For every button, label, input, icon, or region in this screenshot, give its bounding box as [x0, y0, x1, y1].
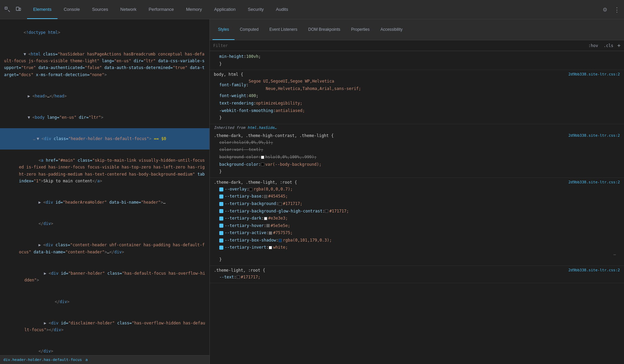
tab-event-listeners[interactable]: Event Listeners [264, 19, 303, 40]
css-selector-theme-light-root: .theme-light, :root { 2d9bb338.site-ltr.… [214, 268, 620, 273]
prop-tertiary-base: --tertiary-base: #454545; [214, 193, 620, 200]
prop-webkit-smoothing: -webkit-font-smoothing: antialiased; [214, 107, 620, 115]
swatch-tertiary-bg[interactable] [278, 202, 282, 206]
add-style-button[interactable]: + [617, 42, 621, 49]
checkbox-tertiary-bg[interactable] [219, 202, 223, 206]
prop-tertiary-dark: --tertiary-dark: #e3e3e3; [214, 215, 620, 222]
tab-dom-breakpoints[interactable]: DOM Breakpoints [303, 19, 346, 40]
tab-sources[interactable]: Sources [86, 0, 114, 19]
doctype-line: <!doctype html> [0, 22, 209, 43]
html-tag-line[interactable]: ▼<html class="hasSidebar hasPageActions … [0, 43, 209, 85]
prop-text-color: --text: #171717; [214, 274, 620, 281]
styles-panel: Styles Computed Event Listeners DOM Brea… [210, 19, 624, 364]
div-close-indent3: </div> [0, 341, 209, 355]
hov-button[interactable]: :hov [587, 43, 600, 49]
a-skip-line[interactable]: <a href="#main" class="skip-to-main-link… [0, 150, 209, 191]
swatch-tertiary-base[interactable] [264, 195, 267, 198]
css-block-minheight: min-height: 100vh; } [210, 51, 624, 70]
checkbox-tertiary-active[interactable] [219, 231, 223, 235]
div-content-header-line[interactable]: ▶<div class="content-header uhf-containe… [0, 234, 209, 263]
swatch-tertiary-active[interactable] [269, 231, 272, 235]
prop-tertiary-bg-glow: --tertiary-background-glow-high-contrast… [214, 208, 620, 215]
swatch-tertiary-invert[interactable] [269, 246, 272, 249]
tab-audits[interactable]: Audits [270, 0, 294, 19]
checkbox-tertiary-base[interactable] [219, 195, 223, 199]
cls-button[interactable]: .cls [602, 43, 615, 49]
styles-filter-bar: :hov .cls + [210, 40, 624, 51]
svg-rect-0 [5, 7, 7, 9]
tab-console[interactable]: Console [58, 0, 86, 19]
prop-overlay: --overlay: rgba(0,0,0,0.7); [214, 186, 620, 193]
more-options-button[interactable]: ⋮ [612, 5, 621, 15]
body-open-line[interactable]: ▼<body lang="en-us" dir="ltr"> [0, 107, 209, 128]
checkbox-tertiary-invert[interactable] [219, 246, 223, 250]
div-header-area-line[interactable]: ▶<div id="headerAreaHolder" data-bi-name… [0, 192, 209, 213]
tab-memory[interactable]: Memory [180, 0, 208, 19]
color-swatch-black[interactable] [261, 163, 264, 166]
swatch-tertiary-hover[interactable] [266, 224, 270, 227]
checkbox-tertiary-hover[interactable] [219, 224, 223, 228]
head-line[interactable]: ▶<head>…</head> [0, 86, 209, 107]
inherited-selector[interactable]: html.hasSide… [247, 126, 276, 130]
tab-accessibility[interactable]: Accessibility [375, 19, 408, 40]
prop-color-strikethrough-1: color: hsla(0,0%,9%,1); [214, 139, 620, 146]
css-selector-theme-dl-root: .theme-dark, .theme-light, :root { 2d9bb… [214, 180, 620, 185]
div-header-holder-line[interactable]: …▼<div class="header-holder has-default-… [0, 128, 209, 150]
checkbox-tertiary-bg-glow[interactable] [219, 209, 223, 213]
prop-font-family: font-family: Segoe UI,SegoeUI,Segoe WP,H… [214, 78, 620, 92]
svg-rect-2 [16, 7, 19, 10]
elements-tree[interactable]: <!doctype html> ▼<html class="hasSidebar… [0, 19, 209, 355]
css-prop-minheight: min-height: 100vh; [214, 53, 620, 61]
swatch-tertiary-box-shadow[interactable] [278, 239, 282, 242]
div-banner-close: </div> [0, 291, 209, 312]
inspect-element-button[interactable] [3, 5, 12, 14]
prop-text-rendering: text-rendering: optimizeLegibility; [214, 100, 620, 107]
elements-panel: <!doctype html> ▼<html class="hasSidebar… [0, 19, 210, 364]
css-selector-theme-variants: .theme-dark, .theme-high-contrast, .them… [214, 133, 620, 138]
tab-properties[interactable]: Properties [346, 19, 375, 40]
prop-tertiary-box-shadow: --tertiary-box-shadow: rgba(0,101,179,0.… [214, 237, 620, 244]
css-source-theme-light-root[interactable]: 2d9bb338.site-ltr.css:2 [569, 268, 620, 272]
tab-network[interactable]: Network [114, 0, 143, 19]
swatch-text[interactable] [237, 275, 240, 279]
css-source-theme-variants[interactable]: 2d9bb338.site-ltr.css:2 [569, 133, 620, 138]
svg-rect-3 [19, 8, 21, 10]
tab-elements[interactable]: Elements [27, 0, 58, 19]
css-brace-close-3: } [214, 168, 620, 176]
prop-tertiary-invert: --tertiary-invert: white; [214, 244, 620, 251]
prop-font-weight: font-weight: 400; [214, 92, 620, 100]
checkbox-tertiary-dark[interactable] [219, 217, 223, 221]
css-block-body-html: body, html { 2d9bb338.site-ltr.css:2 fon… [210, 70, 624, 124]
svg-line-1 [8, 10, 10, 12]
css-block-theme-dark-light-root: .theme-dark, .theme-light, :root { 2d9bb… [210, 178, 624, 266]
more-props-indicator: … [214, 251, 620, 256]
tab-styles[interactable]: Styles [213, 19, 235, 40]
swatch-tertiary-dark[interactable] [264, 217, 267, 220]
tab-computed[interactable]: Computed [235, 19, 264, 40]
checkbox-overlay[interactable] [219, 187, 223, 191]
device-toggle-button[interactable] [14, 5, 23, 14]
swatch-overlay[interactable] [249, 188, 252, 191]
tab-performance[interactable]: Performance [142, 0, 180, 19]
feedback-button[interactable]: ☺ [600, 5, 610, 14]
breadcrumb-item-a[interactable]: a [85, 358, 88, 362]
checkbox-tertiary-box-shadow[interactable] [219, 238, 223, 243]
tab-security[interactable]: Security [242, 0, 270, 19]
css-block-theme-dark-hc-light: .theme-dark, .theme-high-contrast, .them… [210, 131, 624, 178]
css-block-theme-light-root: .theme-light, :root { 2d9bb338.site-ltr.… [210, 266, 624, 283]
swatch-tertiary-bg-glow[interactable] [325, 209, 328, 213]
div-banner-holder-line[interactable]: ▶<div id="banner-holder" class="has-defa… [0, 263, 209, 291]
tab-application[interactable]: Application [208, 0, 242, 19]
css-brace-close-4: } [214, 256, 620, 264]
css-source-dl-root[interactable]: 2d9bb338.site-ltr.css:2 [569, 180, 620, 184]
prop-color-strikethrough-2: color: var(--text); [214, 146, 620, 154]
color-swatch-white[interactable] [261, 156, 264, 159]
styles-filter-input[interactable] [213, 43, 584, 48]
div-disclaimer-holder-line[interactable]: ▶<div id="disclaimer-holder" class="has-… [0, 312, 209, 341]
breadcrumb-item-div[interactable]: div.header-holder.has-default-focus [3, 358, 82, 362]
main-tab-nav: Elements Console Sources Network Perform… [27, 0, 294, 19]
styles-content[interactable]: min-height: 100vh; } body, html { 2d9bb3… [210, 51, 624, 364]
css-brace-close-2: } [214, 114, 620, 122]
main-layout: <!doctype html> ▼<html class="hasSidebar… [0, 19, 624, 364]
css-source-body-html[interactable]: 2d9bb338.site-ltr.css:2 [569, 72, 620, 76]
